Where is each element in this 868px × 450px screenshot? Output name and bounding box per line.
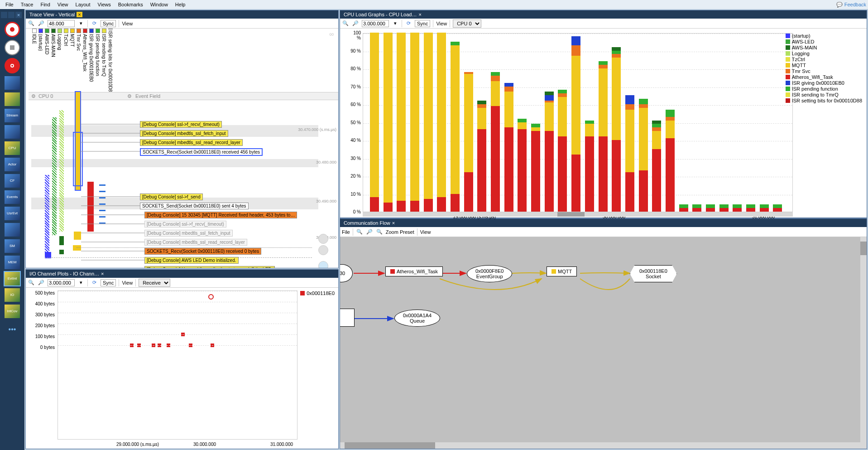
- flow-node-mqtt[interactable]: MQTT: [547, 266, 577, 276]
- comm-flow-canvas[interactable]: 30: [340, 237, 867, 449]
- flow-node-atheros[interactable]: Atheros_Wifi_Task: [385, 266, 443, 276]
- side-mem-icon[interactable]: MEM: [5, 256, 20, 269]
- side-stream-icon[interactable]: Stream: [5, 109, 20, 122]
- lane-header[interactable]: AWS-MAIN: [50, 29, 56, 87]
- sync-icon[interactable]: ⟳: [405, 20, 412, 27]
- circle-button-2[interactable]: [318, 245, 328, 255]
- mode-select[interactable]: Receive: [139, 279, 170, 287]
- scrollbar-thumb-h[interactable]: [345, 442, 435, 449]
- side-io-icon[interactable]: IO: [5, 288, 20, 302]
- close-icon[interactable]: ×: [101, 271, 104, 276]
- lane-header[interactable]: TzCtrl: [63, 29, 69, 87]
- zoom-in-icon[interactable]: 🔍: [356, 228, 363, 236]
- event-label[interactable]: SOCKETS_Send(Socket 0x000118E0) sent 4 b…: [140, 203, 249, 209]
- side-sm-icon[interactable]: SM: [5, 239, 20, 253]
- zoom-out-icon[interactable]: 🔎: [38, 20, 45, 27]
- gear-icon[interactable]: ⚙: [31, 93, 36, 99]
- flow-node-eventgroup[interactable]: 0x0000F8E0 EventGroup: [467, 265, 512, 282]
- sync-icon[interactable]: ⟳: [91, 20, 98, 27]
- event-label[interactable]: [Debug Console] ssl->f_recv(_timeout): [140, 121, 222, 128]
- sync-icon[interactable]: ⟳: [91, 279, 98, 286]
- side-cf-icon[interactable]: CF: [5, 174, 20, 188]
- menu-bookmarks[interactable]: Bookmarks: [115, 1, 147, 8]
- event-label[interactable]: [Debug Console] mbedtls_ssl_fetch_input: [140, 130, 228, 137]
- stop-button[interactable]: [5, 40, 20, 55]
- menu-file[interactable]: File: [2, 1, 17, 8]
- side-actor-icon[interactable]: Actor: [5, 158, 20, 171]
- file-menu[interactable]: File: [342, 229, 350, 235]
- dropdown-icon[interactable]: ▾: [77, 20, 85, 27]
- side-more-icon[interactable]: •••: [9, 325, 16, 334]
- trace-view-tab[interactable]: Trace View - Vertical ×: [26, 10, 86, 19]
- view-menu[interactable]: View: [420, 229, 431, 235]
- flow-node-partial2[interactable]: [340, 309, 355, 327]
- infinity-icon[interactable]: ∞: [329, 30, 334, 38]
- event-label[interactable]: [Debug Console] ssl->f_send: [140, 194, 203, 200]
- lane-header[interactable]: Atheros_Wifi_Task: [82, 29, 88, 87]
- zoom-input[interactable]: [362, 20, 389, 27]
- zoom-out-icon[interactable]: 🔎: [352, 20, 359, 27]
- data-point[interactable]: [208, 294, 214, 300]
- scrollbar-thumb-v[interactable]: [860, 242, 867, 255]
- event-label[interactable]: [Debug Console] mbedtls_ssl_read_record_…: [144, 239, 247, 246]
- lane-header[interactable]: ISR giving 0x00010EB0: [88, 29, 94, 87]
- close-icon[interactable]: ×: [392, 220, 395, 226]
- flow-node-queue[interactable]: 0x0000A1A4 Queue: [394, 310, 440, 327]
- menu-views[interactable]: Views: [94, 1, 115, 8]
- side-icon-3[interactable]: [5, 125, 20, 139]
- zoom-in-icon[interactable]: 🔍: [28, 20, 35, 27]
- view-menu[interactable]: View: [436, 21, 447, 26]
- cpu-select[interactable]: CPU 0: [453, 19, 481, 28]
- lane-header[interactable]: ISR setting bits for 0x00010D88: [107, 29, 113, 87]
- scrollbar-thumb[interactable]: [557, 212, 585, 217]
- gear-icon-2[interactable]: ⚙: [127, 93, 132, 99]
- lane-header[interactable]: Tmr Svc: [76, 29, 82, 87]
- panel-toggle-2[interactable]: [8, 12, 14, 18]
- flow-node-socket[interactable]: 0x000118E0 Socket: [630, 265, 677, 282]
- side-usrevt-icon[interactable]: UsrEvt: [5, 207, 20, 220]
- event-label[interactable]: [Debug Console] mbedtls_ssl_read_record_…: [140, 139, 243, 146]
- side-icon-9[interactable]: [5, 223, 20, 237]
- lane-header[interactable]: Logging: [57, 29, 62, 87]
- event-label[interactable]: [Debug Console] 15 30345 [MQTT] Received…: [144, 212, 297, 218]
- record-button[interactable]: [5, 22, 20, 37]
- flow-node-partial[interactable]: 30: [340, 264, 353, 282]
- lane-header[interactable]: AWS-LED: [44, 29, 50, 87]
- zoom-in-icon[interactable]: 🔍: [342, 20, 349, 27]
- zoom-input[interactable]: [48, 20, 75, 27]
- feedback-link[interactable]: 💬 Feedback: [836, 2, 866, 8]
- panel-toggle-1[interactable]: [1, 12, 7, 18]
- lane-header[interactable]: IDLE: [31, 29, 37, 87]
- io-chart[interactable]: 0 bytes100 bytes200 bytes300 bytes400 by…: [26, 288, 338, 449]
- dropdown-icon[interactable]: ▾: [77, 279, 85, 286]
- lane-header[interactable]: ISR pending function: [95, 29, 101, 87]
- add-button[interactable]: [318, 261, 328, 268]
- panel-close[interactable]: ×: [15, 12, 22, 18]
- side-cpu-icon[interactable]: CPU: [5, 141, 20, 155]
- circle-button-1[interactable]: [318, 234, 328, 244]
- menu-find[interactable]: Find: [37, 1, 53, 8]
- zoom-in-icon[interactable]: 🔍: [28, 279, 35, 286]
- close-icon[interactable]: ×: [77, 12, 82, 17]
- menu-trace[interactable]: Trace: [17, 1, 37, 8]
- zoom-preset-menu[interactable]: Zoom Preset: [386, 229, 414, 235]
- menu-window[interactable]: Window: [147, 1, 172, 8]
- cpu-load-tab[interactable]: CPU Load Graphs - CPU Load… ×: [340, 10, 425, 19]
- side-intcov-icon[interactable]: IntCov: [5, 305, 20, 318]
- side-events-icon[interactable]: Events: [5, 190, 20, 204]
- zoom-input[interactable]: [48, 279, 75, 286]
- event-label[interactable]: [Debug Console] Use mobile application t…: [144, 266, 275, 268]
- event-label[interactable]: [Debug Console] mbedtls_ssl_fetch_input: [144, 230, 233, 237]
- lane-header[interactable]: (startup): [38, 29, 43, 87]
- close-icon[interactable]: ×: [418, 12, 421, 17]
- event-label[interactable]: [Debug Console] AWS LED Demo initialized…: [144, 257, 239, 264]
- event-label[interactable]: [Debug Console] ssl->f_recv(_timeout): [144, 221, 226, 227]
- menu-help[interactable]: Help: [172, 1, 189, 8]
- menu-view[interactable]: View: [54, 1, 72, 8]
- side-icon-overview[interactable]: [5, 76, 20, 90]
- io-plot-tab[interactable]: I/O Channel Plots - IO Chann… ×: [26, 270, 108, 278]
- event-label[interactable]: SOCKETS_Recv(Socket 0x000118E0) received…: [144, 248, 261, 255]
- lane-header[interactable]: MQTT: [69, 29, 75, 87]
- view-menu[interactable]: View: [122, 21, 133, 26]
- zoom-out-icon[interactable]: 🔎: [366, 228, 373, 236]
